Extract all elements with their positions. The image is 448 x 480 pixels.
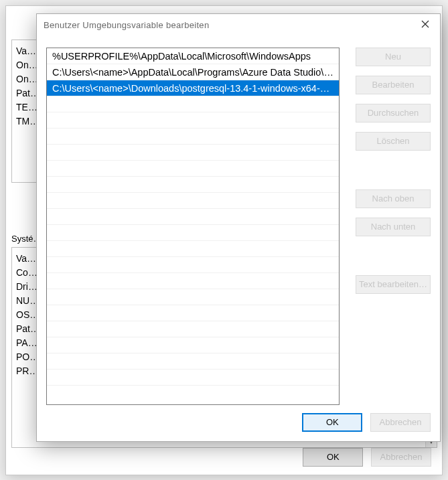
back-window-buttons: OK Abbrechen bbox=[297, 448, 431, 467]
edit-text-button[interactable]: Text bearbeiten… bbox=[356, 275, 431, 294]
list-item[interactable] bbox=[47, 145, 339, 161]
list-item[interactable]: %USERPROFILE%\AppData\Local\Microsoft\Wi… bbox=[47, 48, 339, 64]
list-item[interactable] bbox=[47, 241, 339, 257]
edit-button[interactable]: Bearbeiten bbox=[356, 76, 431, 94]
move-up-button[interactable]: Nach oben bbox=[356, 189, 431, 208]
dialog-titlebar[interactable]: Benutzer Umgebungsvariable bearbeiten bbox=[37, 14, 440, 35]
list-item[interactable] bbox=[47, 337, 339, 353]
list-item[interactable]: C:\Users\<name>\Downloads\postgresql-13.… bbox=[47, 80, 339, 96]
dialog-close-button[interactable] bbox=[410, 14, 440, 34]
dialog-side-buttons: Neu Bearbeiten Durchsuchen Löschen Nach … bbox=[350, 48, 431, 294]
close-icon bbox=[421, 20, 429, 28]
list-item[interactable] bbox=[47, 193, 339, 209]
back-ok-button[interactable]: OK bbox=[303, 448, 363, 467]
list-item[interactable] bbox=[47, 129, 339, 145]
dialog-body: %USERPROFILE%\AppData\Local\Microsoft\Wi… bbox=[46, 48, 431, 405]
dialog-footer-buttons: OK Abbrechen bbox=[297, 413, 431, 432]
path-list[interactable]: %USERPROFILE%\AppData\Local\Microsoft\Wi… bbox=[46, 48, 340, 405]
dialog-ok-button[interactable]: OK bbox=[302, 413, 362, 432]
list-item[interactable] bbox=[47, 112, 339, 129]
delete-button[interactable]: Löschen bbox=[356, 132, 431, 151]
list-item[interactable] bbox=[47, 273, 339, 289]
list-item[interactable] bbox=[47, 257, 339, 273]
browse-button[interactable]: Durchsuchen bbox=[356, 104, 431, 123]
list-item[interactable] bbox=[47, 161, 339, 177]
list-item[interactable] bbox=[47, 289, 339, 305]
list-item[interactable]: C:\Users\<name>\AppData\Local\Programs\A… bbox=[47, 64, 339, 80]
new-button[interactable]: Neu bbox=[356, 48, 431, 66]
list-item[interactable] bbox=[47, 321, 339, 337]
back-cancel-button[interactable]: Abbrechen bbox=[371, 448, 431, 467]
move-down-button[interactable]: Nach unten bbox=[356, 218, 431, 236]
list-item[interactable] bbox=[47, 305, 339, 321]
list-item[interactable] bbox=[47, 209, 339, 225]
list-item[interactable] bbox=[47, 177, 339, 193]
list-item[interactable] bbox=[47, 370, 339, 386]
list-item[interactable] bbox=[47, 96, 339, 112]
dialog-cancel-button[interactable]: Abbrechen bbox=[370, 413, 431, 432]
dialog-title: Benutzer Umgebungsvariable bearbeiten bbox=[44, 20, 209, 30]
edit-user-env-var-dialog: Benutzer Umgebungsvariable bearbeiten %U… bbox=[36, 13, 441, 442]
list-item[interactable] bbox=[47, 225, 339, 241]
list-item[interactable] bbox=[47, 353, 339, 370]
